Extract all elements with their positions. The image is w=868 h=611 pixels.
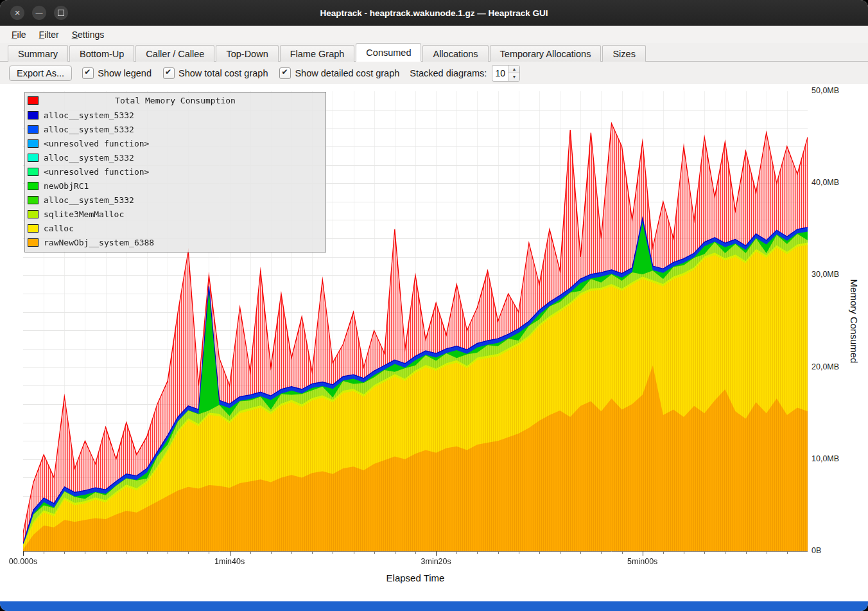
menu-settings[interactable]: Settings — [65, 28, 111, 42]
checkbox-label: Show total cost graph — [178, 68, 268, 78]
legend-title-swatch — [28, 96, 39, 105]
stacked-diagrams-label: Stacked diagrams: — [410, 68, 487, 78]
legend-entry-label: alloc__system_5332 — [44, 153, 134, 163]
legend-entry: alloc__system_5332 — [25, 150, 326, 164]
y-tick-label: 10,0MB — [812, 454, 839, 463]
legend-entry: <unresolved function> — [25, 136, 326, 150]
checkbox-show-legend[interactable]: Show legend — [82, 67, 152, 79]
x-tick-label: 00.000s — [9, 557, 37, 566]
toolbar-checkboxes: Show legendShow total cost graphShow det… — [82, 67, 399, 79]
legend-swatch — [28, 196, 39, 204]
spin-up-icon[interactable]: ▲ — [508, 66, 519, 74]
checkbox-box[interactable] — [163, 67, 175, 79]
legend-entry-label: alloc__system_5332 — [44, 195, 134, 205]
tab-flame-graph[interactable]: Flame Graph — [280, 45, 355, 62]
minimize-icon[interactable]: — — [32, 6, 46, 20]
tab-label: Caller / Callee — [146, 49, 204, 59]
tab-temporary-allocations[interactable]: Temporary Allocations — [490, 45, 602, 62]
x-axis-title: Elapsed Time — [386, 572, 445, 583]
checkbox-show-total-cost-graph[interactable]: Show total cost graph — [163, 67, 268, 79]
tab-summary[interactable]: Summary — [8, 45, 68, 62]
tab-bottom-up[interactable]: Bottom-Up — [69, 45, 134, 62]
legend-entry: alloc__system_5332 — [25, 193, 326, 207]
tab-label: Flame Graph — [290, 49, 345, 59]
x-tick-label: 3min20s — [421, 557, 451, 566]
legend-swatch — [28, 125, 39, 134]
y-tick-label: 50,0MB — [812, 86, 839, 95]
legend-entry-label: rawNewObj__system_6388 — [44, 238, 154, 247]
tab-caller-callee[interactable]: Caller / Callee — [135, 45, 214, 62]
legend-swatch — [28, 139, 39, 148]
checkbox-box[interactable] — [279, 67, 291, 79]
legend-entry-label: alloc__system_5332 — [44, 111, 134, 120]
menu-filter[interactable]: Filter — [33, 28, 65, 42]
legend-swatch — [28, 238, 39, 247]
legend-entry: rawNewObj__system_6388 — [25, 235, 326, 249]
tab-label: Consumed — [366, 48, 411, 58]
legend-entry-label: alloc__system_5332 — [44, 125, 134, 134]
legend-title: Total Memory Consumption — [25, 94, 326, 108]
legend-entry-label: <unresolved function> — [44, 139, 149, 148]
legend-entry-label: <unresolved function> — [44, 167, 149, 177]
legend-entry-label: calloc — [44, 224, 74, 233]
legend-swatch — [28, 111, 39, 120]
legend-swatch — [28, 210, 39, 218]
tab-label: Allocations — [433, 49, 478, 59]
legend-swatch — [28, 168, 39, 176]
legend-entry-label: sqlite3MemMalloc — [44, 209, 124, 219]
legend-entry: newObjRC1 — [25, 179, 326, 193]
maximize-icon[interactable] — [54, 6, 68, 20]
legend-swatch — [28, 154, 39, 162]
spin-down-icon[interactable]: ▼ — [508, 73, 519, 81]
tab-label: Sizes — [612, 49, 635, 59]
legend-entry: alloc__system_5332 — [25, 108, 326, 122]
checkbox-label: Show legend — [98, 68, 152, 78]
tab-top-down[interactable]: Top-Down — [216, 45, 278, 62]
tab-bar: SummaryBottom-UpCaller / CalleeTop-DownF… — [0, 43, 868, 62]
y-tick-label: 40,0MB — [812, 178, 839, 187]
window-title: Heaptrack - heaptrack.wakunode.1.gz — He… — [0, 8, 868, 18]
menu-file[interactable]: File — [5, 28, 33, 42]
y-axis-title: Memory Consumed — [849, 279, 860, 364]
tab-label: Bottom-Up — [80, 49, 124, 59]
tab-label: Temporary Allocations — [500, 49, 591, 59]
legend-entry-label: newObjRC1 — [44, 181, 89, 191]
title-bar: ✕ — Heaptrack - heaptrack.wakunode.1.gz … — [0, 0, 868, 26]
stacked-diagrams-value: 10 — [492, 66, 508, 81]
x-tick-label: 1min40s — [214, 557, 245, 566]
export-as-button[interactable]: Export As... — [9, 66, 72, 81]
toolbar: Export As... Show legendShow total cost … — [0, 62, 868, 84]
checkbox-show-detailed-cost-graph[interactable]: Show detailed cost graph — [279, 67, 399, 79]
y-tick-label: 0B — [812, 546, 821, 555]
stacked-diagrams-spinbox[interactable]: 10 ▲ ▼ — [492, 65, 520, 82]
legend-entries: alloc__system_5332alloc__system_5332<unr… — [25, 108, 326, 249]
chart-legend: Total Memory Consumption alloc__system_5… — [24, 92, 326, 252]
legend-entry: <unresolved function> — [25, 164, 326, 179]
tab-label: Top-Down — [226, 49, 268, 59]
chart-region: 50,0MB40,0MB30,0MB20,0MB10,0MB0B 00.000s… — [0, 84, 868, 601]
tab-allocations[interactable]: Allocations — [422, 45, 488, 62]
tab-sizes[interactable]: Sizes — [602, 45, 645, 62]
checkbox-label: Show detailed cost graph — [295, 68, 399, 78]
app-window: ✕ — Heaptrack - heaptrack.wakunode.1.gz … — [0, 0, 868, 611]
y-tick-label: 20,0MB — [812, 362, 839, 371]
y-tick-label: 30,0MB — [812, 270, 839, 279]
legend-swatch — [28, 182, 39, 190]
x-tick-label: 5min00s — [627, 557, 657, 566]
menu-bar: FileFilterSettings — [0, 26, 868, 43]
tab-label: Summary — [18, 49, 58, 59]
timeline-range-bar[interactable] — [0, 601, 868, 611]
checkbox-box[interactable] — [82, 67, 94, 79]
legend-entry: calloc — [25, 221, 326, 235]
legend-entry: sqlite3MemMalloc — [25, 207, 326, 221]
tab-consumed[interactable]: Consumed — [356, 43, 421, 62]
close-icon[interactable]: ✕ — [10, 6, 24, 20]
legend-swatch — [28, 224, 39, 233]
legend-entry: alloc__system_5332 — [25, 122, 326, 136]
